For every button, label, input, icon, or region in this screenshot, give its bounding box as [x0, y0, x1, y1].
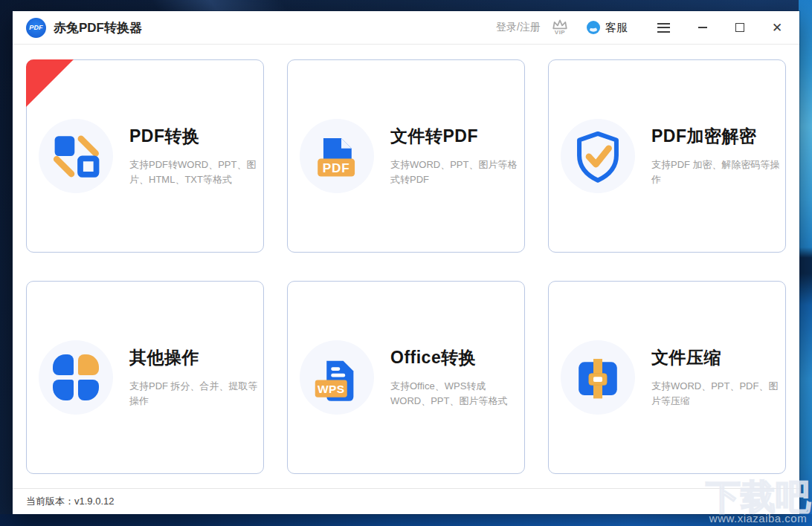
- status-bar: 当前版本：v1.9.0.12: [13, 488, 799, 514]
- card-description: 支持Office、WPS转成WORD、PPT、图片等格式: [390, 379, 523, 409]
- card-title: Office转换: [390, 346, 523, 369]
- pdf-convert-icon: [39, 119, 113, 193]
- card-description: 支持PDF 加密、解除密码等操作: [651, 158, 784, 187]
- card-title: PDF转换: [129, 125, 262, 148]
- card-description: 支持PDF 拆分、合并、提取等操作: [129, 379, 262, 409]
- desktop-background: PDF 赤兔PDF转换器 登录/注册 VIP 客服: [0, 0, 812, 526]
- clover-icon: [39, 340, 113, 415]
- file-to-pdf-icon: PDF: [300, 119, 374, 193]
- close-icon: ✕: [772, 22, 782, 34]
- card-pdf-convert[interactable]: 热门 PDF转换 支持PDF转WORD、PPT、图片、HTML、TXT等格式: [26, 59, 264, 253]
- vip-crown-icon: [551, 19, 569, 30]
- card-description: 支持WORD、PPT、PDF、图片等压缩: [651, 379, 784, 409]
- titlebar: PDF 赤兔PDF转换器 登录/注册 VIP 客服: [13, 11, 799, 45]
- app-logo-text: PDF: [29, 24, 43, 31]
- titlebar-actions: 登录/注册 VIP 客服: [496, 19, 784, 36]
- card-title: 文件转PDF: [390, 125, 523, 148]
- feature-grid: 热门 PDF转换 支持PDF转WORD、PPT、图片、HTML、TXT等格式: [13, 45, 799, 488]
- card-file-compress[interactable]: 文件压缩 支持WORD、PPT、PDF、图片等压缩: [548, 281, 786, 474]
- app-logo-icon: PDF: [26, 18, 46, 38]
- desktop-wallpaper-bottom: [0, 514, 812, 526]
- card-title: PDF加密解密: [651, 125, 784, 148]
- minimize-icon: [698, 27, 707, 28]
- vip-label: VIP: [555, 29, 565, 36]
- vip-button[interactable]: VIP: [551, 19, 569, 36]
- close-button[interactable]: ✕: [770, 20, 784, 35]
- customer-service-button[interactable]: 客服: [587, 21, 628, 35]
- app-title: 赤兔PDF转换器: [54, 19, 142, 36]
- service-avatar-icon: [587, 21, 600, 34]
- card-description: 支持PDF转WORD、PPT、图片、HTML、TXT等格式: [129, 158, 262, 187]
- card-other-operations[interactable]: 其他操作 支持PDF 拆分、合并、提取等操作: [26, 281, 264, 474]
- app-window: PDF 赤兔PDF转换器 登录/注册 VIP 客服: [13, 11, 799, 514]
- version-label: 当前版本：v1.9.0.12: [26, 495, 115, 508]
- wps-badge-label: WPS: [318, 383, 345, 395]
- maximize-icon: [735, 23, 744, 32]
- pdf-badge-label: PDF: [323, 160, 350, 175]
- card-description: 支持WORD、PPT、图片等格式转PDF: [390, 158, 523, 187]
- login-register-link[interactable]: 登录/注册: [496, 21, 541, 34]
- menu-button[interactable]: [654, 20, 673, 36]
- card-office-convert[interactable]: WPS Office转换 支持Office、WPS转成WORD、PPT、图片等格…: [287, 281, 525, 474]
- desktop-wallpaper-right: [799, 0, 812, 526]
- card-title: 文件压缩: [651, 346, 784, 369]
- card-pdf-encrypt-decrypt[interactable]: PDF加密解密 支持PDF 加密、解除密码等操作: [548, 59, 786, 253]
- compress-icon: [561, 340, 635, 415]
- maximize-button[interactable]: [732, 20, 747, 35]
- shield-check-icon: [561, 119, 635, 193]
- customer-service-label: 客服: [605, 21, 628, 35]
- wps-doc-icon: WPS: [300, 340, 374, 415]
- card-file-to-pdf[interactable]: PDF 文件转PDF 支持WORD、PPT、图片等格式转PDF: [287, 59, 525, 253]
- minimize-button[interactable]: [695, 20, 710, 35]
- card-title: 其他操作: [129, 346, 262, 369]
- hot-ribbon: 热门: [26, 59, 74, 107]
